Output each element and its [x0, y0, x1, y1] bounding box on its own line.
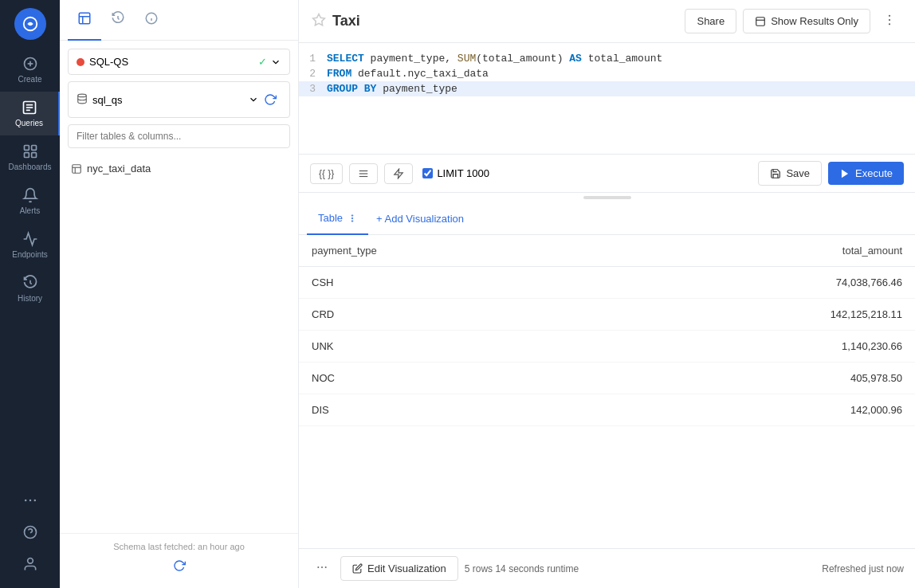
left-nav: Create Queries Dashboards Alerts Endpoin… — [0, 0, 60, 588]
datasource-selector[interactable]: SQL-QS ✓ — [68, 49, 290, 75]
nav-item-endpoints[interactable]: Endpoints — [0, 223, 60, 267]
limit-label: LIMIT 1000 — [437, 167, 489, 179]
table-row: CRD 142,125,218.11 — [299, 299, 915, 331]
sidebar-tab-history[interactable] — [101, 0, 135, 41]
cell-payment-type: CSH — [299, 267, 595, 299]
endpoints-icon — [22, 231, 38, 247]
help-icon — [22, 524, 38, 540]
indent-icon — [358, 168, 369, 179]
code-editor[interactable]: 1 SELECT payment_type, SUM(total_amount)… — [299, 43, 915, 155]
schema-name: sql_qs — [92, 94, 248, 106]
results-tabs: Table + Add Visualization — [299, 202, 915, 235]
save-button[interactable]: Save — [758, 161, 822, 186]
cell-total-amount: 142,000.96 — [595, 394, 915, 426]
table-item-nyc-taxi[interactable]: nyc_taxi_data — [68, 156, 290, 181]
filter-tables-input[interactable] — [68, 124, 290, 148]
code-line-3: 3 GROUP BY payment_type — [299, 81, 915, 96]
col-header-total-amount: total_amount — [595, 235, 915, 267]
svg-rect-10 — [24, 153, 29, 158]
table-header-row: payment_type total_amount — [299, 235, 915, 267]
svg-point-33 — [889, 23, 890, 25]
code-line-1: 1 SELECT payment_type, SUM(total_amount)… — [299, 51, 915, 66]
indent-button[interactable] — [349, 163, 378, 184]
execute-label: Execute — [855, 167, 893, 179]
main-content: Taxi Share Show Results Only 1 SELECT pa… — [299, 0, 915, 588]
svg-rect-18 — [79, 13, 90, 24]
datasource-check-icon: ✓ — [258, 56, 267, 68]
bottom-dots-icon — [316, 561, 328, 574]
svg-point-31 — [889, 15, 890, 17]
nav-item-dots[interactable] — [0, 484, 60, 516]
table-row: NOC 405,978.50 — [299, 363, 915, 394]
nav-item-alerts[interactable]: Alerts — [0, 179, 60, 223]
sidebar-tab-schema[interactable] — [68, 0, 101, 41]
format-button[interactable]: {{ }} — [310, 163, 343, 184]
nav-history-label: History — [18, 294, 42, 303]
datasource-name: SQL-QS — [89, 56, 258, 68]
nav-create-label: Create — [18, 75, 41, 84]
bottom-bar: Edit Visualization 5 rows 14 seconds run… — [299, 548, 915, 588]
editor-toolbar: {{ }} LIMIT 1000 Save Execute — [299, 155, 915, 193]
svg-point-41 — [351, 220, 353, 221]
line-number-1: 1 — [299, 53, 327, 65]
show-results-button[interactable]: Show Results Only — [743, 9, 870, 33]
schema-tab-icon — [77, 11, 92, 25]
svg-point-44 — [325, 566, 327, 568]
table-row: UNK 1,140,230.66 — [299, 331, 915, 363]
nav-item-history[interactable]: History — [0, 267, 60, 311]
more-options-button[interactable] — [877, 7, 902, 35]
nav-item-help[interactable] — [0, 516, 60, 548]
table-icon — [71, 163, 82, 174]
svg-marker-28 — [313, 14, 325, 25]
svg-rect-9 — [31, 146, 36, 151]
add-visualization-button[interactable]: + Add Visualization — [368, 203, 472, 234]
svg-rect-29 — [756, 17, 765, 25]
nav-item-create[interactable]: Create — [0, 48, 60, 92]
table-row: DIS 142,000.96 — [299, 394, 915, 426]
svg-point-42 — [317, 566, 319, 568]
nav-item-user[interactable] — [0, 548, 60, 580]
user-icon — [22, 556, 38, 572]
cell-total-amount: 74,038,766.46 — [595, 267, 915, 299]
favorite-star-icon[interactable] — [312, 13, 326, 29]
info-tab-icon — [144, 11, 159, 25]
refreshed-time: Refreshed just now — [822, 563, 904, 574]
refresh-icon — [264, 93, 277, 106]
auto-icon — [393, 168, 404, 179]
table-tab-options-icon[interactable] — [348, 214, 357, 223]
table-tab-label: Table — [318, 212, 343, 224]
star-icon — [312, 13, 326, 27]
add-viz-label: + Add Visualization — [376, 213, 464, 225]
limit-checkbox-container[interactable]: LIMIT 1000 — [422, 167, 489, 179]
table-row: CSH 74,038,766.46 — [299, 267, 915, 299]
results-tab-table[interactable]: Table — [307, 202, 368, 235]
schema-selector[interactable]: sql_qs — [68, 81, 290, 118]
cell-total-amount: 405,978.50 — [595, 363, 915, 394]
line-content-1: SELECT payment_type, SUM(total_amount) A… — [327, 53, 662, 65]
cell-payment-type: UNK — [299, 331, 595, 363]
limit-checkbox[interactable] — [422, 168, 433, 178]
edit-visualization-button[interactable]: Edit Visualization — [340, 556, 458, 581]
alerts-icon — [22, 187, 38, 203]
sidebar: SQL-QS ✓ sql_qs nyc_taxi_data Schema las… — [60, 0, 299, 588]
svg-point-40 — [351, 218, 353, 219]
queries-icon — [22, 100, 37, 116]
more-options-icon — [882, 13, 897, 27]
refresh-footer-button[interactable] — [168, 555, 190, 577]
auto-button[interactable] — [384, 163, 413, 184]
svg-marker-38 — [842, 169, 848, 178]
dashboards-icon — [22, 143, 38, 159]
line-content-3: GROUP BY payment_type — [327, 83, 457, 95]
refresh-schema-button[interactable] — [259, 88, 281, 111]
execute-button[interactable]: Execute — [828, 162, 904, 185]
datasource-status-dot — [77, 58, 84, 66]
svg-rect-11 — [31, 153, 36, 158]
scroll-divider — [299, 193, 915, 202]
nav-item-dashboards[interactable]: Dashboards — [0, 135, 60, 179]
sidebar-tab-info[interactable] — [135, 0, 168, 41]
share-button[interactable]: Share — [685, 9, 736, 33]
results-area: Table + Add Visualization payment_type — [299, 202, 915, 588]
bottom-menu-button[interactable] — [310, 555, 334, 582]
history-icon — [22, 275, 38, 291]
nav-item-queries[interactable]: Queries — [0, 92, 60, 135]
